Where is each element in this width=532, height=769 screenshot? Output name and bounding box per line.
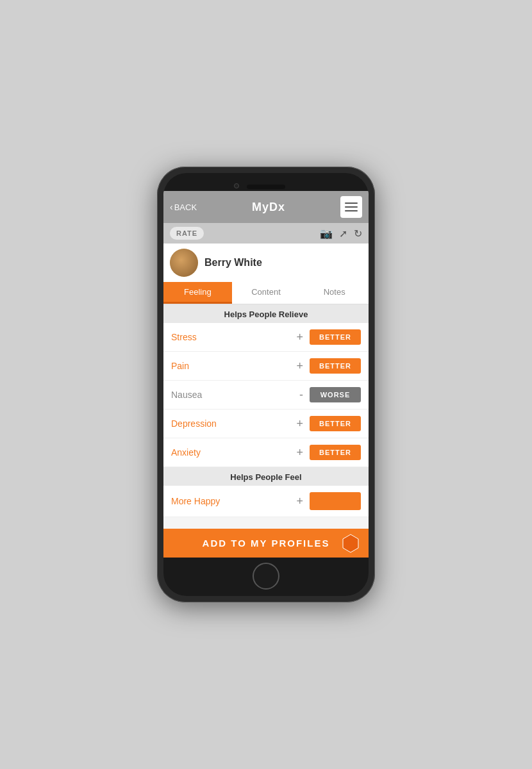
symptom-name-anxiety: Anxiety [171,447,290,458]
symptom-name-depression: Depression [171,418,290,429]
section-header-feel: Helps People Feel [163,467,369,486]
symptom-op-depression: + [296,417,303,431]
symptom-badge-stress[interactable]: BETTER [310,329,361,345]
tab-feeling[interactable]: Feeling [163,282,232,304]
hamburger-line-3 [345,210,358,211]
camera-icon[interactable]: 📷 [320,227,333,240]
symptom-row-stress: Stress + BETTER [163,323,369,352]
product-name: Berry White [204,257,262,269]
symptom-name-pain: Pain [171,361,290,371]
add-to-profiles-button[interactable]: ADD TO MY PROFILES [163,529,369,558]
refresh-icon[interactable]: ↻ [354,227,362,240]
phone-device: ‹ BACK MyDx RATE 📷 ➚ ↻ [157,167,375,602]
back-label: BACK [174,203,197,212]
tab-content[interactable]: Content [232,282,301,304]
rate-bar: RATE 📷 ➚ ↻ [163,223,369,244]
share-icon[interactable]: ➚ [339,227,347,240]
symptom-badge-more-happy[interactable] [310,492,361,510]
tab-bar: Feeling Content Notes [163,282,369,304]
symptom-row-pain: Pain + BETTER [163,352,369,381]
menu-button[interactable] [340,196,362,218]
rate-icons: 📷 ➚ ↻ [320,227,362,240]
add-profiles-label: ADD TO MY PROFILES [203,538,330,549]
product-image [170,249,198,277]
phone-camera [234,183,239,188]
symptom-badge-depression[interactable]: BETTER [310,416,361,431]
symptom-badge-pain[interactable]: BETTER [310,358,361,374]
symptom-op-stress: + [296,331,303,344]
phone-inner: ‹ BACK MyDx RATE 📷 ➚ ↻ [163,173,369,596]
symptom-row-more-happy: More Happy + [163,486,369,517]
rate-badge[interactable]: RATE [170,227,204,240]
svg-marker-0 [343,534,358,552]
symptom-op-anxiety: + [296,446,303,459]
tab-notes[interactable]: Notes [300,282,369,304]
hamburger-line-2 [345,206,358,208]
symptom-row-nausea: Nausea - WORSE [163,381,369,409]
phone-speaker [247,185,285,189]
back-button[interactable]: ‹ BACK [170,202,197,212]
back-chevron-icon: ‹ [170,202,173,212]
symptom-row-anxiety: Anxiety + BETTER [163,438,369,467]
app-header: ‹ BACK MyDx [163,191,369,223]
product-header: Berry White [163,244,369,282]
hex-icon [340,533,361,554]
symptom-op-pain: + [296,360,303,373]
symptom-op-more-happy: + [296,495,303,508]
scroll-content: Helps People Relieve Stress + BETTER Pai… [163,304,369,529]
symptom-name-more-happy: More Happy [171,496,290,506]
symptom-badge-nausea[interactable]: WORSE [310,387,361,402]
symptom-name-stress: Stress [171,332,290,342]
product-thumbnail [170,249,198,277]
symptom-name-nausea: Nausea [171,390,293,400]
symptom-op-nausea: - [299,388,303,402]
phone-home-button[interactable] [253,563,279,590]
symptom-badge-anxiety[interactable]: BETTER [310,445,361,460]
section-header-relieve: Helps People Relieve [163,304,369,323]
title-my: My [252,201,269,213]
hamburger-line-1 [345,203,358,204]
title-dx: Dx [269,201,285,213]
symptom-row-depression: Depression + BETTER [163,409,369,438]
screen: ‹ BACK MyDx RATE 📷 ➚ ↻ [163,191,369,558]
app-title: MyDx [252,201,285,214]
